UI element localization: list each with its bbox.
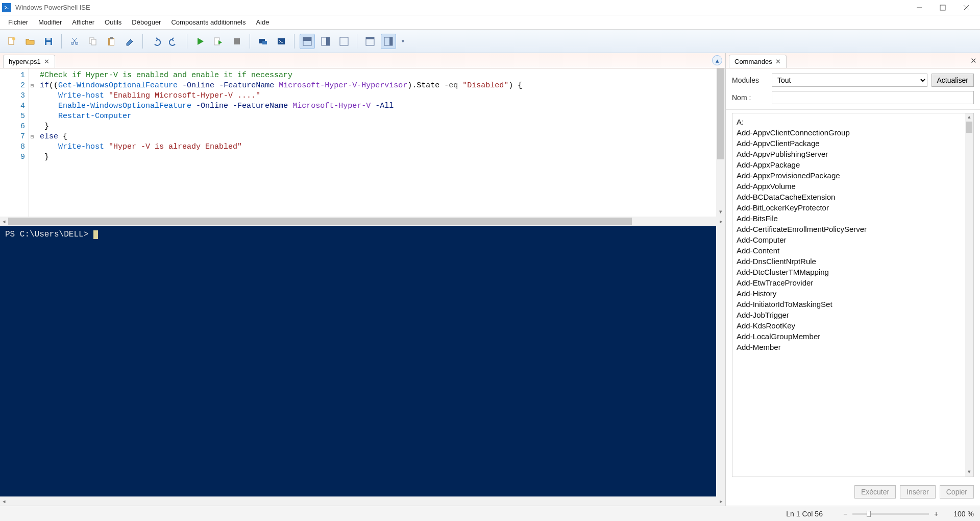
open-file-icon[interactable] — [22, 34, 38, 49]
commands-scrollbar[interactable]: ▴ ▾ — [965, 113, 973, 477]
toolbar-overflow-icon[interactable]: ▾ — [399, 38, 406, 44]
list-item[interactable]: Add-BCDataCacheExtension — [737, 192, 961, 202]
editor-vertical-scrollbar[interactable]: ▴ ▾ — [716, 68, 725, 217]
toolbar-separator — [142, 34, 143, 49]
titlebar: Windows PowerShell ISE — [0, 0, 980, 15]
list-item[interactable]: Add-AppxProvisionedPackage — [737, 170, 961, 181]
scroll-thumb[interactable] — [966, 122, 972, 133]
code-area[interactable]: #Check if Hyper-V is enabled and enable … — [29, 68, 716, 217]
name-input[interactable] — [772, 91, 974, 104]
zoom-out-icon[interactable]: − — [843, 510, 847, 518]
slider-knob[interactable] — [867, 511, 871, 517]
list-item[interactable]: Add-LocalGroupMember — [737, 331, 961, 342]
list-item[interactable]: Add-CertificateEnrollmentPolicyServer — [737, 224, 961, 234]
list-item[interactable]: Add-EtwTraceProvider — [737, 277, 961, 288]
statusbar: Ln 1 Col 56 − + 100 % — [0, 506, 980, 521]
close-panel-icon[interactable]: ✕ — [970, 56, 977, 65]
scroll-thumb[interactable] — [8, 218, 632, 225]
list-item[interactable]: Add-Member — [737, 342, 961, 352]
svg-rect-8 — [46, 38, 51, 40]
tab-label: Commandes — [734, 58, 772, 65]
toolbar-separator — [294, 34, 295, 49]
console-vertical-scrollbar[interactable] — [716, 226, 725, 496]
layout-script-top-icon[interactable] — [300, 34, 315, 49]
clear-icon[interactable] — [122, 34, 137, 49]
scroll-right-icon[interactable]: ▸ — [717, 498, 725, 505]
new-file-icon[interactable] — [4, 34, 19, 49]
script-editor[interactable]: 123456789 ⊟⊟ #Check if Hyper-V is enable… — [0, 68, 725, 217]
list-item[interactable]: Add-DnsClientNrptRule — [737, 256, 961, 267]
svg-rect-25 — [326, 37, 330, 45]
svg-rect-30 — [389, 37, 393, 45]
toolbar-separator — [61, 34, 62, 49]
console-horizontal-scrollbar[interactable]: ◂ ▸ — [0, 496, 725, 506]
list-item[interactable]: Add-AppxPackage — [737, 159, 961, 170]
insert-button[interactable]: Insérer — [900, 485, 936, 499]
list-item[interactable]: Add-AppxVolume — [737, 181, 961, 192]
list-item[interactable]: Add-AppvPublishingServer — [737, 149, 961, 159]
menu-aide[interactable]: Aide — [251, 16, 274, 28]
menu-outils[interactable]: Outils — [100, 16, 127, 28]
execute-button[interactable]: Exécuter — [854, 485, 896, 499]
list-item[interactable]: Add-BitLockerKeyProtector — [737, 202, 961, 213]
refresh-button[interactable]: Actualiser — [932, 74, 974, 87]
minimize-button[interactable] — [908, 0, 931, 15]
modules-select[interactable]: Tout — [772, 74, 927, 87]
list-item[interactable]: Add-History — [737, 288, 961, 299]
new-pshost-icon[interactable] — [274, 34, 289, 49]
svg-rect-2 — [940, 5, 945, 10]
toggle-command-addon-icon[interactable] — [381, 34, 396, 49]
run-selection-icon[interactable] — [211, 34, 226, 49]
list-item[interactable]: Add-KdsRootKey — [737, 320, 961, 331]
menu-modifier[interactable]: Modifier — [33, 16, 67, 28]
tab-hyperv[interactable]: hyperv.ps1 ✕ — [3, 55, 55, 68]
svg-rect-13 — [91, 39, 96, 45]
scroll-left-icon[interactable]: ◂ — [0, 498, 8, 505]
close-window-button[interactable] — [954, 0, 978, 15]
tab-commandes[interactable]: Commandes ✕ — [729, 55, 787, 68]
scroll-right-icon[interactable]: ▸ — [717, 218, 725, 225]
svg-rect-9 — [46, 42, 51, 45]
menu-composants-additionnels[interactable]: Composants additionnels — [166, 16, 251, 28]
undo-icon[interactable] — [148, 34, 163, 49]
svg-rect-16 — [110, 37, 113, 39]
commands-list[interactable]: A:Add-AppvClientConnectionGroupAdd-AppvC… — [732, 113, 974, 477]
console-pane[interactable]: PS C:\Users\DELL> — [0, 226, 725, 496]
layout-script-right-icon[interactable] — [318, 34, 333, 49]
list-item[interactable]: Add-AppvClientConnectionGroup — [737, 127, 961, 138]
list-item[interactable]: A: — [737, 116, 961, 127]
list-item[interactable]: Add-DtcClusterTMMapping — [737, 267, 961, 277]
run-icon[interactable] — [192, 34, 208, 49]
zoom-slider[interactable] — [852, 513, 929, 515]
collapse-script-pane-icon[interactable]: ▴ — [712, 55, 722, 65]
stop-icon[interactable] — [229, 34, 244, 49]
layout-script-max-icon[interactable] — [336, 34, 352, 49]
remote-pshost-icon[interactable] — [255, 34, 271, 49]
editor-horizontal-scrollbar[interactable]: ◂ ▸ — [0, 217, 725, 226]
menu-afficher[interactable]: Afficher — [67, 16, 100, 28]
save-icon[interactable] — [41, 34, 56, 49]
close-tab-icon[interactable]: ✕ — [775, 58, 781, 65]
maximize-button[interactable] — [931, 0, 954, 15]
paste-icon[interactable] — [104, 34, 119, 49]
copy-icon[interactable] — [85, 34, 101, 49]
redo-icon[interactable] — [166, 34, 182, 49]
list-item[interactable]: Add-Content — [737, 245, 961, 256]
list-item[interactable]: Add-BitsFile — [737, 213, 961, 224]
scroll-down-icon[interactable]: ▾ — [716, 208, 725, 217]
cut-icon[interactable] — [67, 34, 82, 49]
list-item[interactable]: Add-AppvClientPackage — [737, 138, 961, 149]
scroll-left-icon[interactable]: ◂ — [0, 218, 8, 225]
scroll-up-icon[interactable]: ▴ — [965, 113, 973, 122]
menu-déboguer[interactable]: Déboguer — [127, 16, 166, 28]
scroll-thumb[interactable] — [717, 68, 724, 159]
close-tab-icon[interactable]: ✕ — [44, 58, 50, 65]
menu-fichier[interactable]: Fichier — [3, 16, 33, 28]
list-item[interactable]: Add-InitiatorIdToMaskingSet — [737, 299, 961, 310]
toggle-tool-window-icon[interactable] — [362, 34, 378, 49]
list-item[interactable]: Add-Computer — [737, 234, 961, 245]
copy-button[interactable]: Copier — [940, 485, 974, 499]
zoom-in-icon[interactable]: + — [934, 510, 938, 518]
scroll-down-icon[interactable]: ▾ — [965, 468, 973, 477]
list-item[interactable]: Add-JobTrigger — [737, 310, 961, 320]
